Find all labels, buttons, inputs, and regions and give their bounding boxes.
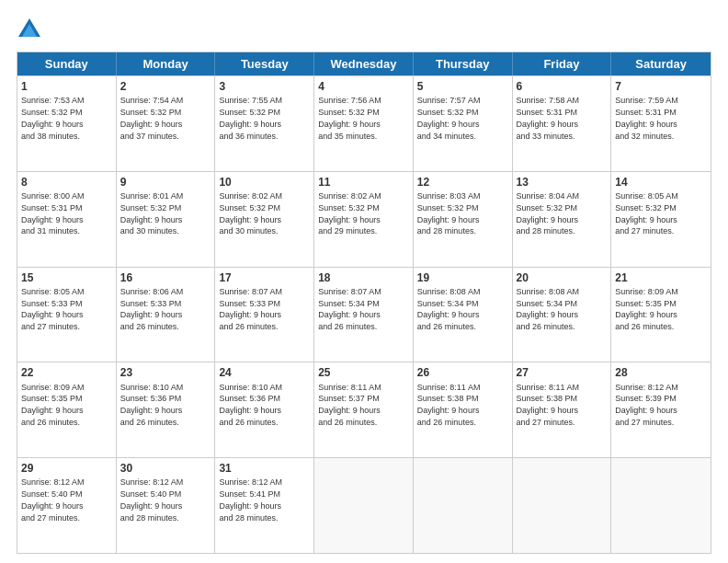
cal-cell-14: 14Sunrise: 8:05 AM Sunset: 5:32 PM Dayli… [611,172,711,267]
cal-cell-8: 8Sunrise: 8:00 AM Sunset: 5:31 PM Daylig… [17,172,117,267]
day-number: 2 [120,79,211,94]
calendar-row-4: 29Sunrise: 8:12 AM Sunset: 5:40 PM Dayli… [17,457,711,553]
day-info: Sunrise: 8:06 AM Sunset: 5:33 PM Dayligh… [120,287,184,331]
cal-cell-12: 12Sunrise: 8:03 AM Sunset: 5:32 PM Dayli… [414,172,513,267]
day-number: 6 [517,79,608,94]
header [17,17,711,42]
calendar-header: SundayMondayTuesdayWednesdayThursdayFrid… [17,52,711,75]
day-info: Sunrise: 7:57 AM Sunset: 5:32 PM Dayligh… [417,96,481,140]
cal-cell-31: 31Sunrise: 8:12 AM Sunset: 5:41 PM Dayli… [215,458,314,553]
day-info: Sunrise: 7:58 AM Sunset: 5:31 PM Dayligh… [517,96,580,140]
cal-cell-3: 3Sunrise: 7:55 AM Sunset: 5:32 PM Daylig… [215,76,314,171]
day-number: 10 [219,175,310,190]
day-number: 18 [318,270,409,285]
day-info: Sunrise: 8:12 AM Sunset: 5:40 PM Dayligh… [21,477,85,522]
day-info: Sunrise: 8:09 AM Sunset: 5:35 PM Dayligh… [615,287,678,331]
day-info: Sunrise: 8:08 AM Sunset: 5:34 PM Dayligh… [417,287,481,331]
cal-cell-empty [611,458,711,553]
cal-cell-17: 17Sunrise: 8:07 AM Sunset: 5:33 PM Dayli… [215,268,314,362]
day-number: 17 [219,270,310,285]
day-header-saturday: Saturday [611,52,711,75]
cal-cell-10: 10Sunrise: 8:02 AM Sunset: 5:32 PM Dayli… [215,172,314,267]
day-number: 3 [219,79,310,94]
day-number: 28 [615,365,707,380]
cal-cell-5: 5Sunrise: 7:57 AM Sunset: 5:32 PM Daylig… [414,76,513,171]
day-number: 26 [417,365,508,380]
cal-cell-28: 28Sunrise: 8:12 AM Sunset: 5:39 PM Dayli… [611,362,711,457]
day-number: 25 [318,365,409,380]
day-number: 7 [615,79,707,94]
logo [17,17,46,42]
cal-cell-1: 1Sunrise: 7:53 AM Sunset: 5:32 PM Daylig… [17,76,117,171]
cal-cell-empty [513,458,612,553]
day-info: Sunrise: 8:02 AM Sunset: 5:32 PM Dayligh… [318,191,381,236]
day-info: Sunrise: 8:11 AM Sunset: 5:38 PM Dayligh… [417,383,481,427]
day-number: 11 [318,175,409,190]
day-info: Sunrise: 8:11 AM Sunset: 5:38 PM Dayligh… [517,383,580,427]
calendar-row-1: 8Sunrise: 8:00 AM Sunset: 5:31 PM Daylig… [17,171,711,267]
day-number: 9 [120,175,211,190]
day-header-sunday: Sunday [17,52,117,75]
day-number: 12 [417,175,508,190]
day-number: 23 [120,365,211,380]
cal-cell-23: 23Sunrise: 8:10 AM Sunset: 5:36 PM Dayli… [117,362,216,457]
cal-cell-15: 15Sunrise: 8:05 AM Sunset: 5:33 PM Dayli… [17,268,117,362]
day-info: Sunrise: 7:59 AM Sunset: 5:31 PM Dayligh… [615,96,678,140]
cal-cell-18: 18Sunrise: 8:07 AM Sunset: 5:34 PM Dayli… [314,268,414,362]
cal-cell-19: 19Sunrise: 8:08 AM Sunset: 5:34 PM Dayli… [414,268,513,362]
cal-cell-11: 11Sunrise: 8:02 AM Sunset: 5:32 PM Dayli… [314,172,414,267]
day-number: 13 [517,175,608,190]
cal-cell-16: 16Sunrise: 8:06 AM Sunset: 5:33 PM Dayli… [117,268,216,362]
cal-cell-30: 30Sunrise: 8:12 AM Sunset: 5:40 PM Dayli… [117,458,216,553]
day-number: 24 [219,365,310,380]
cal-cell-9: 9Sunrise: 8:01 AM Sunset: 5:32 PM Daylig… [117,172,216,267]
day-header-monday: Monday [117,52,216,75]
day-info: Sunrise: 7:54 AM Sunset: 5:32 PM Dayligh… [120,96,184,140]
day-number: 14 [615,175,707,190]
day-header-friday: Friday [513,52,612,75]
cal-cell-13: 13Sunrise: 8:04 AM Sunset: 5:32 PM Dayli… [513,172,612,267]
day-info: Sunrise: 8:02 AM Sunset: 5:32 PM Dayligh… [219,191,282,236]
day-info: Sunrise: 8:10 AM Sunset: 5:36 PM Dayligh… [219,383,282,427]
cal-cell-27: 27Sunrise: 8:11 AM Sunset: 5:38 PM Dayli… [513,362,612,457]
day-info: Sunrise: 8:11 AM Sunset: 5:37 PM Dayligh… [318,383,381,427]
calendar-row-0: 1Sunrise: 7:53 AM Sunset: 5:32 PM Daylig… [17,75,711,171]
day-header-thursday: Thursday [414,52,513,75]
day-info: Sunrise: 8:12 AM Sunset: 5:39 PM Dayligh… [615,383,678,427]
day-number: 15 [21,270,112,285]
day-info: Sunrise: 8:07 AM Sunset: 5:34 PM Dayligh… [318,287,381,331]
cal-cell-25: 25Sunrise: 8:11 AM Sunset: 5:37 PM Dayli… [314,362,414,457]
day-number: 1 [21,79,112,94]
cal-cell-empty [314,458,414,553]
day-number: 31 [219,461,310,476]
day-info: Sunrise: 8:03 AM Sunset: 5:32 PM Dayligh… [417,191,481,236]
day-info: Sunrise: 8:12 AM Sunset: 5:40 PM Dayligh… [120,477,184,522]
day-number: 21 [615,270,707,285]
day-info: Sunrise: 8:12 AM Sunset: 5:41 PM Dayligh… [219,477,282,522]
day-info: Sunrise: 8:09 AM Sunset: 5:35 PM Dayligh… [21,383,85,427]
logo-icon [17,17,42,42]
day-info: Sunrise: 8:07 AM Sunset: 5:33 PM Dayligh… [219,287,282,331]
day-info: Sunrise: 7:55 AM Sunset: 5:32 PM Dayligh… [219,96,282,140]
cal-cell-7: 7Sunrise: 7:59 AM Sunset: 5:31 PM Daylig… [611,76,711,171]
cal-cell-22: 22Sunrise: 8:09 AM Sunset: 5:35 PM Dayli… [17,362,117,457]
day-number: 5 [417,79,508,94]
calendar-body: 1Sunrise: 7:53 AM Sunset: 5:32 PM Daylig… [17,75,711,553]
day-number: 20 [517,270,608,285]
calendar-row-2: 15Sunrise: 8:05 AM Sunset: 5:33 PM Dayli… [17,267,711,362]
day-number: 4 [318,79,409,94]
day-number: 29 [21,461,112,476]
cal-cell-29: 29Sunrise: 8:12 AM Sunset: 5:40 PM Dayli… [17,458,117,553]
day-header-wednesday: Wednesday [314,52,414,75]
day-info: Sunrise: 7:53 AM Sunset: 5:32 PM Dayligh… [21,96,85,140]
cal-cell-26: 26Sunrise: 8:11 AM Sunset: 5:38 PM Dayli… [414,362,513,457]
day-header-tuesday: Tuesday [215,52,314,75]
calendar: SundayMondayTuesdayWednesdayThursdayFrid… [17,52,711,554]
calendar-row-3: 22Sunrise: 8:09 AM Sunset: 5:35 PM Dayli… [17,362,711,457]
day-info: Sunrise: 8:05 AM Sunset: 5:33 PM Dayligh… [21,287,85,331]
day-info: Sunrise: 7:56 AM Sunset: 5:32 PM Dayligh… [318,96,381,140]
day-info: Sunrise: 8:04 AM Sunset: 5:32 PM Dayligh… [517,191,580,236]
cal-cell-6: 6Sunrise: 7:58 AM Sunset: 5:31 PM Daylig… [513,76,612,171]
cal-cell-20: 20Sunrise: 8:08 AM Sunset: 5:34 PM Dayli… [513,268,612,362]
day-info: Sunrise: 8:01 AM Sunset: 5:32 PM Dayligh… [120,191,184,236]
